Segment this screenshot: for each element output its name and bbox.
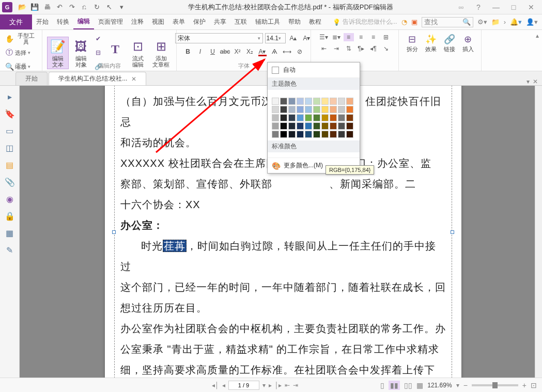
doctab-document[interactable]: 学生机构工作总结:校社...✕ xyxy=(49,72,146,85)
color-swatch[interactable] xyxy=(338,106,345,113)
view-wrap-button[interactable]: ▦ xyxy=(416,381,423,389)
color-swatch[interactable] xyxy=(346,114,353,121)
cloud-icon[interactable]: ◔ xyxy=(401,18,407,26)
color-swatch[interactable] xyxy=(280,131,287,138)
zoom-in-button[interactable]: + xyxy=(522,381,526,389)
user-icon[interactable]: 👤▾ xyxy=(526,18,538,26)
menu-tutorial[interactable]: 教程 xyxy=(305,14,326,29)
search-box[interactable]: 查找🔍 xyxy=(422,17,473,27)
menu-view[interactable]: 视图 xyxy=(148,14,168,29)
split-button[interactable]: ⊟拆分 xyxy=(404,32,421,53)
link-button[interactable]: 🔗链接 xyxy=(441,32,458,53)
color-swatch[interactable] xyxy=(280,122,287,130)
insert-button[interactable]: ⊕插入 xyxy=(460,32,476,53)
color-swatch[interactable] xyxy=(330,106,337,113)
color-swatch[interactable] xyxy=(313,106,320,113)
save-icon[interactable]: 💾 xyxy=(30,3,39,12)
sidebar-comments-icon[interactable]: ▤ xyxy=(6,160,13,170)
color-swatch[interactable] xyxy=(330,131,337,138)
file-tab[interactable]: 文件 xyxy=(0,14,32,29)
bell-icon[interactable]: 🔔▾ xyxy=(510,18,522,26)
dropdown-icon[interactable]: ▾ xyxy=(117,3,126,12)
sidebar-arrow-icon[interactable]: ▸ xyxy=(8,92,12,102)
undo2-icon[interactable]: ⎌ xyxy=(80,3,89,12)
folder2-icon[interactable]: 📁 xyxy=(491,18,500,26)
color-swatch[interactable] xyxy=(280,114,287,121)
menu-protect[interactable]: 保护 xyxy=(189,14,210,29)
zoom-out-button[interactable]: − xyxy=(463,381,468,389)
color-swatch[interactable] xyxy=(305,131,312,138)
font-size-select[interactable]: 14.1▾ xyxy=(265,33,286,43)
color-swatch[interactable] xyxy=(321,98,329,105)
color-swatch[interactable] xyxy=(288,131,296,138)
tell-me[interactable]: 💡告诉我您想做什么... xyxy=(333,14,397,29)
color-swatch[interactable] xyxy=(297,114,304,121)
spellcheck-button[interactable]: ✔ xyxy=(94,32,103,45)
color-swatch[interactable] xyxy=(297,122,304,130)
superscript-button[interactable]: X² xyxy=(232,46,243,57)
menu-page[interactable]: 页面管理 xyxy=(94,14,127,29)
line-spacing-button[interactable]: ⇅ xyxy=(344,44,354,53)
color-swatch[interactable] xyxy=(321,114,329,121)
grow-font-button[interactable]: A▴ xyxy=(288,33,299,43)
color-swatch[interactable] xyxy=(330,114,337,121)
para-dialog-button[interactable]: ↘ xyxy=(381,44,391,53)
color-swatch[interactable] xyxy=(338,98,345,105)
tabs-close-icon[interactable]: ✕ xyxy=(533,78,538,85)
tab-close-icon[interactable]: ✕ xyxy=(131,75,136,83)
color-swatch[interactable] xyxy=(313,98,320,105)
ltr-button[interactable]: ¶▸ xyxy=(356,44,366,53)
collapse-ribbon-icon[interactable]: ▴ xyxy=(536,32,539,39)
color-swatch[interactable] xyxy=(338,122,345,130)
color-swatch[interactable] xyxy=(346,131,353,138)
first-page-button[interactable]: ◂│ xyxy=(212,382,219,389)
color-swatch[interactable] xyxy=(321,106,329,113)
sidebar-bookmark-icon[interactable]: 🔖 xyxy=(5,109,15,119)
color-swatch[interactable] xyxy=(272,131,279,138)
view-continuous-button[interactable]: ▮▮ xyxy=(389,381,400,390)
ribbon-min-icon[interactable]: ▫▫ xyxy=(455,3,467,11)
subscript-button[interactable]: X₂ xyxy=(244,46,256,57)
clear-format-button[interactable]: ⊘ xyxy=(294,46,305,57)
menu-connect[interactable]: 互联 xyxy=(230,14,251,29)
chevron-icon[interactable]: › xyxy=(504,18,506,26)
color-swatch[interactable] xyxy=(321,122,329,130)
tabs-menu-icon[interactable]: ▾ xyxy=(526,78,530,85)
last-page-button[interactable]: │▸ xyxy=(275,382,282,389)
color-swatch[interactable] xyxy=(313,114,320,121)
menu-accessibility[interactable]: 辅助工具 xyxy=(251,14,284,29)
doctab-start[interactable]: 开始 xyxy=(16,72,48,85)
color-swatch[interactable] xyxy=(305,114,312,121)
color-swatch[interactable] xyxy=(305,106,312,113)
color-swatch[interactable] xyxy=(346,106,353,113)
hand-tool[interactable]: ✋手型工具 xyxy=(4,32,38,45)
menu-annotate[interactable]: 注释 xyxy=(127,14,148,29)
view-single-button[interactable]: ▯ xyxy=(380,381,384,389)
nav-extra2[interactable]: ⇥ xyxy=(293,382,298,389)
maximize-icon[interactable]: □ xyxy=(508,3,519,11)
color-swatch[interactable] xyxy=(280,98,287,105)
color-swatch[interactable] xyxy=(272,106,279,113)
align-left-button[interactable]: ≡ xyxy=(344,33,354,41)
join-button[interactable]: ⊟ xyxy=(94,46,103,59)
italic-button[interactable]: I xyxy=(195,46,206,57)
sidebar-form-icon[interactable]: ▦ xyxy=(6,228,13,238)
help-icon[interactable]: ? xyxy=(473,3,484,11)
underline-button[interactable]: U xyxy=(207,46,219,57)
rtl-button[interactable]: ◂¶ xyxy=(368,44,379,53)
sidebar-layers-icon[interactable]: ◫ xyxy=(6,143,13,153)
menu-help[interactable]: 帮助 xyxy=(284,14,305,29)
color-swatch[interactable] xyxy=(313,122,320,130)
color-swatch[interactable] xyxy=(313,131,320,138)
sidebar-security-icon[interactable]: 🔒 xyxy=(5,211,15,221)
color-swatch[interactable] xyxy=(297,106,304,113)
open-icon[interactable]: 📂 xyxy=(18,3,27,12)
menu-convert[interactable]: 转换 xyxy=(53,14,73,29)
flag-icon[interactable]: ▣ xyxy=(411,18,417,26)
color-swatch[interactable] xyxy=(288,114,296,121)
view-facing-button[interactable]: ▯▯ xyxy=(404,381,412,389)
page-input[interactable] xyxy=(228,381,259,390)
color-swatch[interactable] xyxy=(272,98,279,105)
page-dropdown[interactable]: ▾ xyxy=(262,382,266,389)
color-swatch[interactable] xyxy=(346,98,353,105)
